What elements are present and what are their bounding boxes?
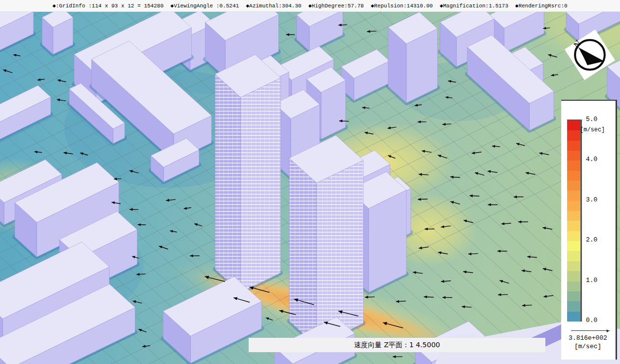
legend-tick: 4.0 — [586, 156, 612, 163]
legend-color-segment — [567, 261, 580, 271]
high-degree: ◆HighDegree:57.78 — [309, 2, 364, 9]
plane-status-text: 速度向量 Z平面 : 1 4.5000 — [354, 341, 440, 350]
legend-tick: 5.0 — [586, 116, 612, 123]
legend-color-segment — [567, 151, 580, 161]
legend-color-segment — [567, 211, 580, 221]
reference-unit: [m/sec] — [562, 343, 614, 350]
legend-color-segment — [567, 291, 580, 301]
cfd-wind-simulation-window: ◆:GridInfo :114 x 93 x 12 = 154280 ◆View… — [0, 0, 620, 364]
legend-color-segment — [567, 161, 580, 170]
legend-color-segment — [567, 231, 580, 241]
legend-tick: 1.0 — [586, 277, 612, 284]
legend-unit: [m/sec] — [580, 126, 605, 133]
legend-colorbar — [567, 120, 582, 322]
reference-vector-line — [571, 330, 610, 331]
legend-tick: 3.0 — [586, 196, 612, 203]
legend-color-segment — [567, 221, 580, 231]
legend-color-segment — [567, 241, 580, 251]
legend-color-segment — [567, 141, 580, 151]
legend-color-segment — [567, 171, 580, 181]
viewing-angle: ◆ViewingAngle :0.5241 — [171, 2, 239, 9]
magnification: ◆Magnification:1.5173 — [440, 2, 508, 9]
legend-color-segment — [567, 130, 580, 140]
azimuthal: ◆Azimuthal:304.30 — [246, 2, 301, 9]
legend-panel: [m/sec] 5.04.03.02.01.00.0 3.816e+002 [m… — [561, 100, 617, 360]
3d-viewport[interactable]: N — [0, 0, 620, 364]
legend-color-segment — [567, 301, 580, 311]
legend-color-segment — [567, 282, 580, 291]
legend-color-segment — [567, 121, 580, 130]
grid-info: ◆:GridInfo :114 x 93 x 12 = 154280 — [52, 2, 163, 9]
legend-color-segment — [567, 312, 580, 322]
legend-tick: 2.0 — [586, 236, 612, 243]
reference-value: 3.816e+002 — [562, 334, 614, 342]
legend-color-segment — [567, 191, 580, 201]
legend-tick: 0.0 — [586, 317, 612, 324]
repulsion: ◆Repulsion:14310.00 — [371, 2, 433, 9]
status-header: ◆:GridInfo :114 x 93 x 12 = 154280 ◆View… — [0, 0, 620, 12]
legend-color-segment — [567, 201, 580, 211]
plane-status-bar: 速度向量 Z平面 : 1 4.5000 — [249, 338, 545, 352]
legend-color-segment — [567, 181, 580, 191]
legend-color-segment — [567, 251, 580, 261]
legend-color-segment — [567, 271, 580, 281]
rendering-rsrc: ◆RenderingRsrc:0 — [515, 2, 568, 9]
